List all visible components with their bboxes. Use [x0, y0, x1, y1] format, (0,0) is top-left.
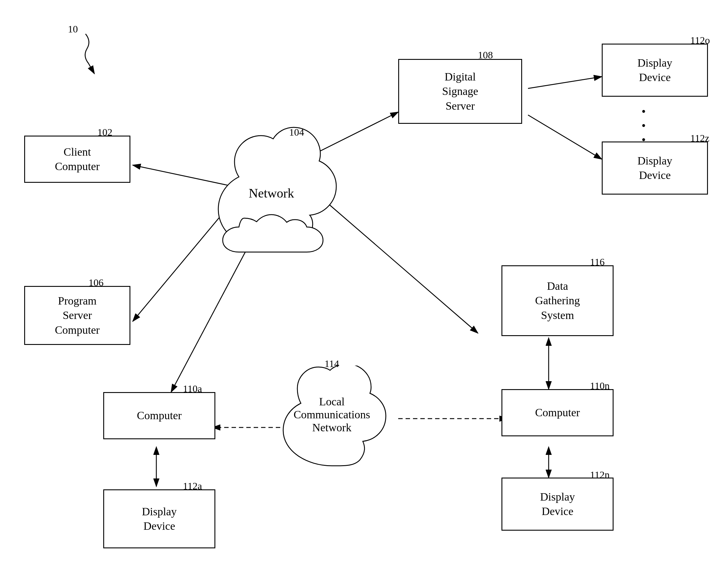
ref-106: 106 — [88, 277, 104, 288]
ref-112z: 112z — [690, 133, 709, 144]
ref-10: 10 — [68, 24, 78, 35]
ref-104: 104 — [289, 127, 304, 138]
diagram-container: 10 ClientComputer 102 ProgramServerCompu… — [0, 0, 728, 584]
ref-102: 102 — [97, 127, 112, 138]
network-label: Network — [249, 186, 294, 201]
display-112o-box: DisplayDevice — [602, 44, 708, 97]
ref-112a: 112a — [183, 480, 202, 492]
ref-110a: 110a — [183, 383, 202, 394]
dots-separator: ••• — [642, 105, 646, 147]
display-112a-label: DisplayDevice — [142, 504, 177, 534]
ref-116: 116 — [590, 256, 605, 268]
ref-112o: 112o — [690, 35, 710, 46]
ref-112n: 112n — [590, 469, 610, 480]
data-gathering-label: DataGatheringSystem — [535, 279, 580, 323]
local-network-label: LocalCommunicationsNetwork — [290, 395, 373, 434]
program-server-box: ProgramServerComputer — [24, 286, 130, 345]
display-112z-box: DisplayDevice — [602, 141, 708, 195]
computer-110n-label: Computer — [535, 405, 580, 420]
client-computer-box: ClientComputer — [24, 136, 130, 183]
computer-110a-label: Computer — [137, 408, 182, 423]
display-112o-label: DisplayDevice — [638, 56, 672, 85]
local-network-cloud: LocalCommunicationsNetwork — [265, 366, 398, 472]
digital-signage-box: DigitalSignageServer — [398, 59, 522, 124]
display-112n-box: DisplayDevice — [501, 478, 614, 531]
svg-line-8 — [528, 77, 602, 88]
data-gathering-box: DataGatheringSystem — [501, 265, 614, 336]
computer-110n-box: Computer — [501, 389, 614, 436]
svg-line-6 — [324, 200, 478, 333]
network-cloud: Network — [201, 127, 342, 268]
svg-line-9 — [528, 115, 602, 159]
display-112a-box: DisplayDevice — [103, 490, 215, 548]
ref-108: 108 — [478, 50, 493, 61]
digital-signage-label: DigitalSignageServer — [442, 69, 478, 113]
computer-110a-box: Computer — [103, 392, 215, 439]
ref-110n: 110n — [590, 380, 610, 391]
ref-114: 114 — [324, 358, 339, 369]
display-112n-label: DisplayDevice — [540, 490, 575, 519]
program-server-label: ProgramServerComputer — [55, 294, 100, 337]
display-112z-label: DisplayDevice — [638, 154, 672, 183]
client-computer-label: ClientComputer — [55, 145, 100, 174]
